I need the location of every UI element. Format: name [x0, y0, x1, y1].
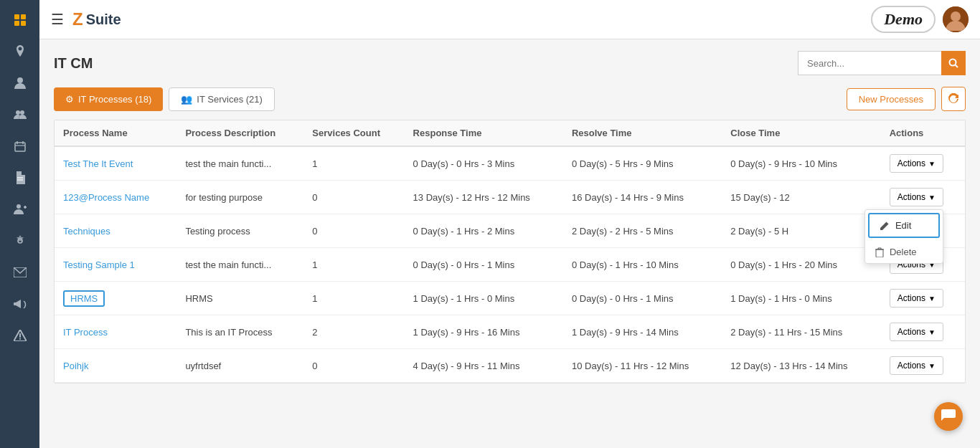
response-time: 13 Day(s) - 12 Hrs - 12 Mins — [405, 181, 563, 214]
resolve-time: 0 Day(s) - 1 Hrs - 10 Mins — [563, 248, 722, 282]
close-time: 1 Day(s) - 1 Hrs - 0 Mins — [722, 282, 880, 315]
process-name-link[interactable]: IT Process — [63, 327, 108, 338]
sidebar-icon-process[interactable] — [7, 228, 33, 254]
sidebar-icon-mail[interactable] — [7, 259, 33, 285]
svg-rect-2 — [14, 21, 19, 26]
svg-point-20 — [19, 338, 21, 340]
process-description: Testing process — [176, 214, 303, 248]
logo-text: Suite — [86, 11, 121, 28]
tab-it-services-label: IT Services (21) — [197, 94, 263, 105]
actions-button[interactable]: Actions ▼ — [890, 154, 943, 173]
sidebar-icon-person-add[interactable] — [7, 196, 33, 222]
actions-button[interactable]: Actions ▼ — [890, 323, 943, 341]
hamburger-button[interactable]: ☰ — [51, 11, 64, 28]
sidebar-icon-grid[interactable] — [7, 7, 33, 33]
close-time: 12 Day(s) - 13 Hrs - 14 Mins — [722, 349, 880, 383]
close-time: 2 Day(s) - 11 Hrs - 15 Mins — [722, 315, 880, 349]
svg-line-24 — [956, 65, 958, 68]
response-time: 0 Day(s) - 0 Hrs - 1 Mins — [405, 248, 563, 282]
actions-button[interactable]: Actions ▼ — [890, 188, 943, 206]
process-name-link[interactable]: 123@Process Name — [63, 192, 149, 203]
resolve-time: 0 Day(s) - 0 Hrs - 1 Mins — [563, 282, 722, 315]
demo-badge: Demo — [871, 6, 936, 33]
icon-sidebar — [0, 0, 39, 448]
svg-point-5 — [16, 110, 20, 115]
close-time: 15 Day(s) - 12 — [722, 181, 880, 214]
svg-rect-7 — [15, 143, 25, 151]
table-row: Test The It Eventtest the main functi...… — [55, 146, 965, 181]
col-services-count: Services Count — [303, 120, 404, 146]
table-row: 123@Process Namefor testing purpose013 D… — [55, 181, 965, 214]
resolve-time: 1 Day(s) - 9 Hrs - 14 Mins — [563, 315, 722, 349]
sidebar-icon-location[interactable] — [7, 39, 33, 65]
tab-it-processes[interactable]: ⚙ IT Processes (18) — [54, 87, 163, 111]
process-description: uyfrtdsef — [176, 349, 303, 383]
process-name-link[interactable]: Testing Sample 1 — [63, 259, 135, 270]
svg-rect-1 — [21, 14, 26, 19]
tabs-row: ⚙ IT Processes (18) 👥 IT Services (21) N… — [54, 87, 966, 111]
sidebar-icon-user[interactable] — [7, 70, 33, 96]
svg-point-23 — [950, 59, 956, 66]
sidebar-icon-document[interactable] — [7, 165, 33, 191]
sidebar-icon-megaphone[interactable] — [7, 291, 33, 317]
process-name-link[interactable]: HRMS — [63, 290, 105, 307]
tabs-right: New Processes — [847, 87, 966, 111]
services-count: 2 — [303, 315, 404, 349]
process-name-link[interactable]: Test The It Event — [63, 158, 133, 169]
resolve-time: 16 Day(s) - 14 Hrs - 9 Mins — [563, 181, 722, 214]
actions-cell: Actions ▼ — [881, 315, 965, 349]
col-process-name: Process Name — [55, 120, 176, 146]
svg-point-22 — [951, 11, 961, 22]
process-name-link[interactable]: Poihjk — [63, 361, 88, 371]
delete-menu-item[interactable]: Delete — [865, 241, 943, 263]
search-box — [798, 51, 966, 75]
sidebar-icon-warning[interactable] — [7, 323, 33, 348]
actions-button[interactable]: Actions ▼ — [890, 356, 943, 375]
svg-rect-0 — [14, 14, 19, 19]
col-process-description: Process Description — [176, 120, 303, 146]
process-description: test the main functi... — [176, 248, 303, 282]
chat-fab[interactable] — [934, 402, 963, 431]
actions-cell: Actions ▼EditDelete — [881, 181, 965, 214]
table-row: HRMSHRMS11 Day(s) - 1 Hrs - 0 Mins0 Day(… — [55, 282, 965, 315]
services-count: 0 — [303, 214, 404, 248]
services-count: 0 — [303, 181, 404, 214]
response-time: 1 Day(s) - 9 Hrs - 16 Mins — [405, 315, 563, 349]
close-time: 0 Day(s) - 1 Hrs - 20 Mins — [722, 248, 880, 282]
edit-menu-item[interactable]: Edit — [868, 213, 940, 238]
group-icon: 👥 — [181, 94, 192, 105]
sidebar-icon-team[interactable] — [7, 102, 33, 128]
response-time: 4 Day(s) - 9 Hrs - 11 Mins — [405, 349, 563, 383]
search-input[interactable] — [798, 51, 941, 75]
page-content: IT CM ⚙ IT Processes (18) 👥 — [39, 39, 980, 448]
nav-right: Demo — [871, 6, 969, 33]
svg-point-6 — [20, 110, 24, 115]
col-response-time: Response Time — [405, 120, 563, 146]
table-row: Testing Sample 1test the main functi...1… — [55, 248, 965, 282]
sidebar-icon-calendar[interactable] — [7, 133, 33, 159]
tabs-left: ⚙ IT Processes (18) 👥 IT Services (21) — [54, 87, 275, 111]
col-actions: Actions — [881, 120, 965, 146]
main-area: ☰ Z Suite Demo IT CM — [39, 0, 980, 448]
logo-z-icon: Z — [72, 9, 83, 29]
actions-cell: Actions ▼ — [881, 146, 965, 181]
actions-button[interactable]: Actions ▼ — [890, 289, 943, 308]
tab-it-processes-label: IT Processes (18) — [78, 94, 151, 105]
services-count: 1 — [303, 248, 404, 282]
search-button[interactable] — [941, 51, 966, 75]
top-navbar: ☰ Z Suite Demo — [39, 0, 980, 39]
refresh-button[interactable] — [941, 87, 966, 111]
tab-it-services[interactable]: 👥 IT Services (21) — [169, 87, 275, 111]
logo-area: Z Suite — [72, 9, 871, 29]
resolve-time: 0 Day(s) - 5 Hrs - 9 Mins — [563, 146, 722, 181]
user-avatar[interactable] — [943, 6, 969, 32]
process-description: for testing purpose — [176, 181, 303, 214]
col-resolve-time: Resolve Time — [563, 120, 722, 146]
process-name-link[interactable]: Techniques — [63, 226, 110, 237]
actions-dropdown-menu: EditDelete — [864, 209, 943, 264]
svg-point-13 — [17, 204, 21, 209]
process-description: This is an IT Process — [176, 315, 303, 349]
new-processes-button[interactable]: New Processes — [847, 88, 936, 110]
response-time: 1 Day(s) - 1 Hrs - 0 Mins — [405, 282, 563, 315]
services-count: 0 — [303, 349, 404, 383]
